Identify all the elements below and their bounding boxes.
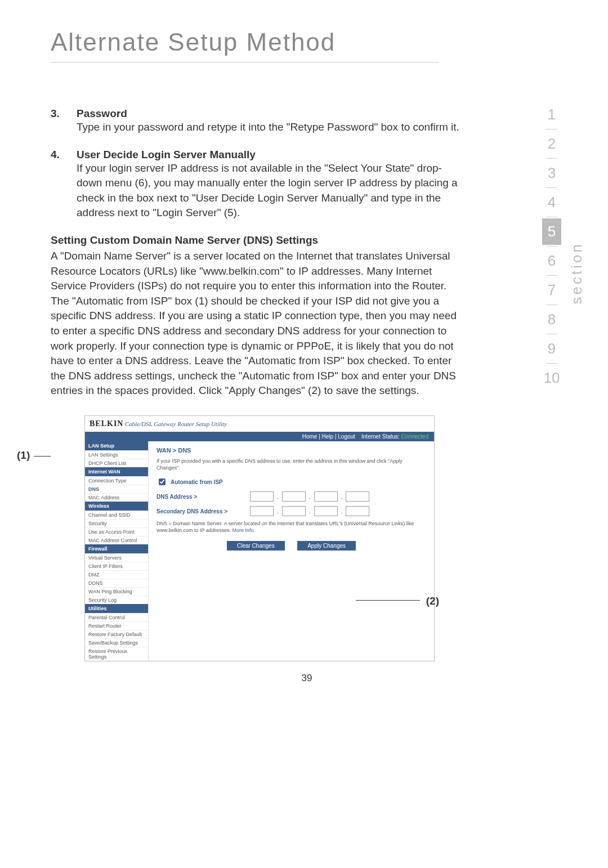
dns-ip-4[interactable] <box>346 491 369 502</box>
step-4-body: If your login server IP address is not a… <box>77 161 462 221</box>
page-number: 39 <box>51 673 563 684</box>
sidebar-hdr-utilities: Utilities <box>85 604 148 613</box>
section-tabs: 1 2 3 4 5 6 7 8 9 10 <box>535 101 569 391</box>
router-main-panel: WAN > DNS If your ISP provided you with … <box>149 441 434 661</box>
clear-changes-button[interactable]: Clear Changes <box>227 541 285 551</box>
dns-ip-2[interactable] <box>282 491 306 502</box>
callout-1-line <box>34 456 51 457</box>
sec-dns-ip-1[interactable] <box>250 506 274 516</box>
auto-isp-label: Automatic from ISP <box>171 479 223 485</box>
tab-8[interactable]: 8 <box>542 306 561 333</box>
topbar-status-label: Internet Status: <box>361 433 400 440</box>
sidebar-hdr-lan: LAN Setup <box>85 441 148 450</box>
step-3-title: Password <box>77 108 127 119</box>
apply-changes-button[interactable]: Apply Changes <box>297 541 356 551</box>
topbar-links[interactable]: Home | Help | Logout <box>302 433 355 440</box>
router-header: BELKIN Cable/DSL Gateway Router Setup Ut… <box>85 416 434 432</box>
section-label: section <box>568 242 585 304</box>
sidebar-restore-prev[interactable]: Restore Previous Settings <box>85 647 148 661</box>
dns-section-heading: Setting Custom Domain Name Server (DNS) … <box>51 234 462 247</box>
sec-dns-ip-3[interactable] <box>314 506 338 516</box>
title-underline <box>51 62 439 62</box>
auto-isp-checkbox[interactable] <box>159 478 166 485</box>
dns-ip-3[interactable] <box>314 491 338 502</box>
step-4: 4. User Decide Login Server Manually If … <box>51 149 462 221</box>
sidebar-restore-factory[interactable]: Restore Factory Default <box>85 630 148 638</box>
router-sidebar: LAN Setup LAN Settings DHCP Client List … <box>85 441 149 661</box>
sec-dns-ip-2[interactable] <box>282 506 306 516</box>
sec-dns-ip-4[interactable] <box>346 506 369 516</box>
callout-2-line <box>356 600 420 601</box>
router-screenshot: BELKIN Cable/DSL Gateway Router Setup Ut… <box>84 415 435 661</box>
router-breadcrumb: WAN > DNS <box>157 447 426 454</box>
tab-9[interactable]: 9 <box>542 335 561 362</box>
sidebar-lan-settings[interactable]: LAN Settings <box>85 450 148 459</box>
sidebar-hdr-wan: Internet WAN <box>85 467 148 476</box>
sidebar-virtual-servers[interactable]: Virtual Servers <box>85 553 148 562</box>
sidebar-security-log[interactable]: Security Log <box>85 596 148 604</box>
sidebar-dns[interactable]: DNS <box>85 485 148 493</box>
tab-4[interactable]: 4 <box>542 189 561 216</box>
dns-note: DNS = Domain Name Server. A server locat… <box>157 521 426 534</box>
router-instruction: If your ISP provided you with a specific… <box>157 458 426 471</box>
step-3-number: 3. <box>51 108 60 120</box>
sidebar-hdr-firewall: Firewall <box>85 544 148 553</box>
router-topbar: Home | Help | Logout Internet Status: Co… <box>85 432 434 441</box>
step-4-title: User Decide Login Server Manually <box>77 149 256 160</box>
sidebar-restart[interactable]: Restart Router <box>85 621 148 630</box>
dns-address-label: DNS Address > <box>157 494 247 500</box>
sidebar-dhcp-client[interactable]: DHCP Client List <box>85 459 148 467</box>
dns-section-body: A "Domain Name Server" is a server locat… <box>51 249 462 399</box>
callout-1: (1) <box>17 449 30 462</box>
step-3-body: Type in your password and retype it into… <box>77 120 462 135</box>
sidebar-parental[interactable]: Parental Control <box>85 613 148 621</box>
tab-10[interactable]: 10 <box>542 365 561 391</box>
tab-3[interactable]: 3 <box>542 160 561 186</box>
tab-5[interactable]: 5 <box>542 218 561 245</box>
tab-6[interactable]: 6 <box>542 248 561 274</box>
sidebar-connection-type[interactable]: Connection Type <box>85 476 148 485</box>
sidebar-mac-address[interactable]: MAC Address <box>85 493 148 502</box>
sidebar-use-as-ap[interactable]: Use as Access Point <box>85 527 148 536</box>
sidebar-channel-ssid[interactable]: Channel and SSID <box>85 511 148 519</box>
page-title: Alternate Setup Method <box>51 28 563 56</box>
step-4-number: 4. <box>51 149 60 161</box>
sidebar-security[interactable]: Security <box>85 519 148 527</box>
sidebar-ddns[interactable]: DDNS <box>85 579 148 587</box>
topbar-status-value: Connected <box>401 433 428 440</box>
sidebar-client-ip-filters[interactable]: Client IP Filters <box>85 562 148 570</box>
sidebar-save-backup[interactable]: Save/Backup Settings <box>85 638 148 647</box>
sidebar-hdr-wireless: Wireless <box>85 502 148 511</box>
tab-1[interactable]: 1 <box>542 101 561 128</box>
secondary-dns-label: Secondary DNS Address > <box>157 508 247 514</box>
more-info-link[interactable]: More Info <box>232 527 253 533</box>
sidebar-mac-ctrl[interactable]: MAC Address Control <box>85 536 148 544</box>
tab-7[interactable]: 7 <box>542 277 561 303</box>
router-brand: BELKIN <box>90 419 123 428</box>
step-3: 3. Password Type in your password and re… <box>51 108 462 135</box>
tab-2[interactable]: 2 <box>542 131 561 157</box>
sidebar-dmz[interactable]: DMZ <box>85 570 148 579</box>
dns-ip-1[interactable] <box>250 491 274 502</box>
callout-2: (2) <box>426 595 439 607</box>
router-brand-sub: Cable/DSL Gateway Router Setup Utility <box>125 420 227 427</box>
sidebar-wan-ping[interactable]: WAN Ping Blocking <box>85 587 148 596</box>
